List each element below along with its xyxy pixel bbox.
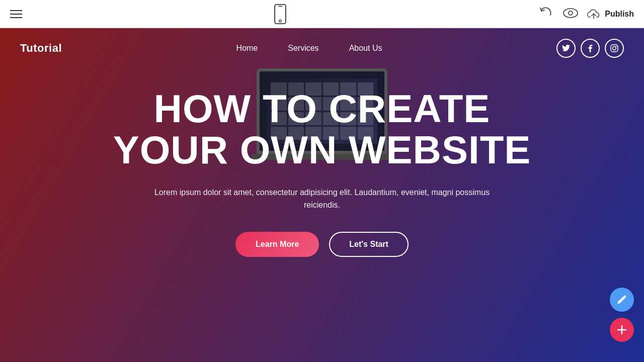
mobile-preview-icon[interactable] — [273, 4, 287, 24]
publish-button[interactable]: Publish — [587, 9, 634, 19]
hero-subtitle: Lorem ipsum dolor sit amet, consectetur … — [146, 186, 498, 212]
social-icons — [556, 39, 624, 58]
hero-buttons: Learn More Let's Start — [40, 232, 604, 257]
learn-more-button[interactable]: Learn More — [235, 232, 319, 257]
edit-fab-button[interactable] — [610, 288, 634, 312]
twitter-icon[interactable] — [556, 39, 576, 58]
lets-start-button[interactable]: Let's Start — [329, 232, 409, 257]
svg-point-8 — [616, 46, 617, 47]
hero-title-line2: YOUR OWN WEBSITE — [113, 128, 531, 172]
instagram-icon[interactable] — [605, 39, 624, 58]
toolbar: Publish — [0, 0, 644, 28]
svg-rect-0 — [275, 4, 286, 23]
hero-content: HOW TO CREATE YOUR OWN WEBSITE Lorem ips… — [0, 68, 644, 257]
svg-point-3 — [564, 9, 578, 18]
svg-point-1 — [279, 20, 282, 22]
facebook-icon[interactable] — [581, 39, 600, 58]
undo-icon[interactable] — [538, 6, 554, 22]
add-fab-button[interactable] — [610, 318, 634, 342]
preview-eye-icon[interactable] — [562, 7, 579, 21]
publish-label: Publish — [605, 10, 634, 19]
hamburger-menu-icon[interactable] — [10, 10, 22, 18]
nav-links: Home Services About Us — [236, 44, 382, 53]
nav-services[interactable]: Services — [288, 44, 318, 53]
website-preview: Tutorial Home Services About Us — [0, 28, 644, 362]
site-navigation: Tutorial Home Services About Us — [0, 28, 644, 68]
hero-title-line1: HOW TO CREATE — [154, 86, 491, 131]
main-content: Tutorial Home Services About Us — [0, 28, 644, 362]
svg-rect-6 — [611, 45, 618, 52]
svg-point-4 — [569, 11, 573, 15]
nav-about-us[interactable]: About Us — [349, 44, 382, 53]
site-logo: Tutorial — [20, 42, 62, 55]
svg-point-7 — [612, 47, 616, 50]
hero-title: HOW TO CREATE YOUR OWN WEBSITE — [40, 88, 604, 171]
nav-home[interactable]: Home — [236, 44, 258, 53]
